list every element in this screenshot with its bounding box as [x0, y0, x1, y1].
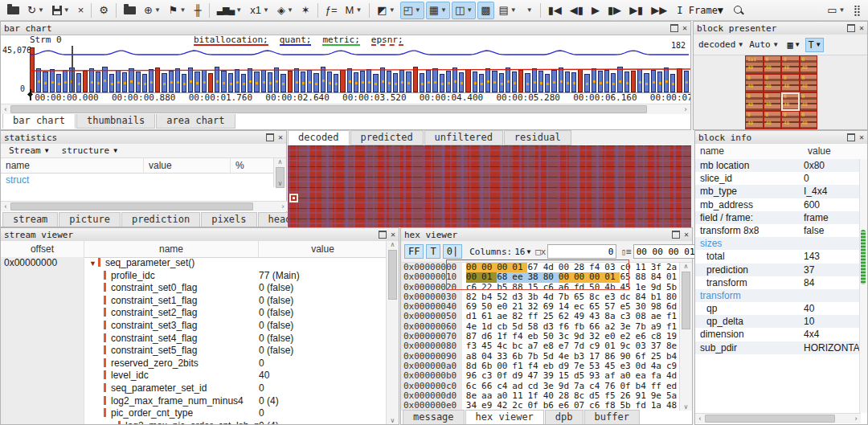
settings-button[interactable]: ⚙	[96, 2, 112, 19]
macroblock-cell[interactable]: 840	[745, 111, 764, 129]
hex-byte[interactable]: ff	[527, 312, 542, 321]
presenter-mode-select[interactable]: decoded▼	[698, 39, 743, 50]
decoded-frame-image[interactable]	[288, 145, 691, 227]
column-header-name[interactable]: name	[1, 158, 144, 173]
hex-byte[interactable]: 8a	[604, 312, 620, 321]
statistics-hscrollbar[interactable]: ‹ ›	[1, 201, 288, 211]
hex-row[interactable]: 0x00000010000168ee38800000000165888401	[401, 272, 682, 282]
close-panel-icon[interactable]: ✕	[859, 133, 864, 141]
search-button[interactable]	[730, 2, 747, 19]
macroblock-cell[interactable]: 840	[800, 111, 818, 129]
macroblock-cell[interactable]: 840	[764, 55, 782, 74]
syntax-element-row[interactable]: log2_max_pic_order_cnt_lsb_minus40 (4)	[1, 420, 387, 424]
block-info-row[interactable]: mb location0x80	[695, 159, 862, 172]
hex-byte[interactable]: 88	[636, 272, 651, 282]
hex-byte[interactable]: 43	[589, 312, 604, 321]
hex-byte[interactable]: c3	[481, 371, 497, 381]
mode-m-button[interactable]: M▼	[342, 2, 366, 19]
pin-button[interactable]: ⚑▼	[166, 2, 190, 19]
hex-byte[interactable]: a7	[527, 341, 542, 351]
hex-byte[interactable]: 0f	[497, 371, 512, 381]
hex-byte[interactable]: 61	[481, 312, 497, 321]
float-panel-icon[interactable]	[847, 133, 855, 141]
scroll-thumb[interactable]	[10, 105, 647, 113]
syntax-element-row[interactable]: pic_order_cnt_type0	[1, 407, 387, 420]
macroblock-selection-box[interactable]	[289, 194, 298, 202]
hex-byte[interactable]: 37	[651, 341, 666, 351]
chart-mode-button[interactable]: ▃▆▄▼	[214, 2, 246, 19]
macroblock-cell[interactable]: 840	[764, 74, 782, 92]
hex-byte[interactable]: 65	[620, 272, 635, 282]
syntax-element-row[interactable]: 0x00000000▼seq_parameter_set()	[1, 257, 387, 270]
block-info-row[interactable]: transform	[695, 289, 862, 302]
float-panel-icon[interactable]	[847, 24, 855, 32]
tab-area-chart[interactable]: area chart	[156, 114, 235, 129]
hex-byte[interactable]: af	[604, 371, 620, 381]
legend-item[interactable]: metric;	[322, 35, 359, 45]
legend-item[interactable]: quant;	[280, 35, 312, 45]
tab-decoded[interactable]: decoded	[288, 130, 350, 145]
hex-byte[interactable]: 62	[559, 312, 574, 321]
3d-view-button[interactable]: ◈▼	[274, 2, 297, 19]
filters-button[interactable]: ╫	[190, 2, 204, 19]
scroll-right-icon[interactable]: ›	[851, 415, 861, 423]
hex-byte[interactable]: 01	[604, 272, 620, 282]
macroblock-cell[interactable]: 840	[745, 92, 764, 111]
hex-byte[interactable]: d1	[466, 312, 481, 321]
macroblock-cell[interactable]: 840	[800, 55, 818, 74]
hex-byte[interactable]: 47	[527, 371, 542, 381]
hex-byte[interactable]: 93	[589, 371, 604, 381]
legend-item[interactable]: epsnr;	[371, 35, 403, 45]
column-header-value[interactable]: value	[803, 144, 861, 159]
hex-byte[interactable]: ee	[512, 272, 527, 282]
hex-byte[interactable]: 08	[636, 312, 651, 321]
macroblock-cell[interactable]: 840	[800, 74, 818, 92]
presenter-grid-button[interactable]: ▦▼	[784, 38, 803, 52]
hex-byte[interactable]: 39	[543, 371, 559, 381]
syntax-element-row[interactable]: constraint_set4_flag0 (false)	[1, 333, 387, 345]
save-button[interactable]: ▼	[49, 2, 73, 19]
block-info-row[interactable]: transform84	[695, 276, 862, 289]
scroll-left-icon[interactable]: ‹	[1, 202, 10, 210]
block-info-row[interactable]: slice_id0	[695, 172, 862, 185]
hex-byte[interactable]: 00	[589, 272, 604, 282]
macroblock-cell[interactable]: 840	[781, 74, 800, 92]
hex-byte[interactable]: 96	[466, 371, 481, 381]
column-header-offset[interactable]: offset	[1, 241, 84, 257]
hex-byte[interactable]: 7a	[574, 382, 589, 391]
prev-frame-button[interactable]: ◀▮	[567, 2, 587, 19]
hex-byte[interactable]: 7d	[574, 341, 589, 351]
layout-dense-button[interactable]: ▩	[477, 2, 493, 19]
tab-predicted[interactable]: predicted	[350, 130, 424, 145]
close-file-button[interactable]: ×	[75, 2, 88, 19]
hex-byte[interactable]: 68	[497, 272, 512, 282]
hex-byte[interactable]: c3	[620, 312, 635, 321]
hex-byte[interactable]: 6c	[466, 382, 481, 391]
syntax-element-row[interactable]: constraint_set1_flag0 (false)	[1, 295, 387, 308]
float-panel-icon[interactable]	[670, 24, 678, 32]
hex-byte[interactable]: ae	[651, 312, 666, 321]
columns-select[interactable]: 16	[514, 247, 525, 257]
scroll-right-icon[interactable]: ›	[278, 202, 288, 210]
open-file-button[interactable]	[4, 2, 23, 19]
scroll-thumb[interactable]	[10, 202, 253, 210]
scroll-left-icon[interactable]: ‹	[695, 415, 705, 423]
hex-byte[interactable]: 84	[651, 272, 666, 282]
syntax-element-row[interactable]: profile_idc77 (Main)	[1, 270, 387, 283]
hex-byte[interactable]: 3e	[543, 382, 559, 391]
hex-byte[interactable]: c4	[589, 382, 604, 391]
scroll-thumb[interactable]	[705, 415, 835, 423]
syntax-element-row[interactable]: constraint_set2_flag0 (false)	[1, 307, 387, 320]
hex-row[interactable]: 0x000000c06c66c4adcd3e9d7ac4760fb4ffed	[401, 382, 682, 391]
hex-byte[interactable]: 00	[466, 272, 481, 282]
hex-row[interactable]: 0x000000b096c30fd9473915d593afa0eafa4d	[401, 371, 682, 381]
hex-byte[interactable]: 38	[527, 272, 542, 282]
hex-byte[interactable]: 9d	[559, 382, 574, 391]
statistics-vscrollbar[interactable]: ∧∨	[273, 158, 286, 187]
close-panel-icon[interactable]: ✕	[278, 133, 283, 141]
stream-dropdown[interactable]: Stream▼	[9, 145, 49, 156]
tab-pixels[interactable]: pixels	[201, 212, 256, 227]
frame-cursor[interactable]	[72, 46, 73, 92]
pattern-input[interactable]	[633, 244, 701, 259]
hex-byte[interactable]: 01	[604, 341, 620, 351]
